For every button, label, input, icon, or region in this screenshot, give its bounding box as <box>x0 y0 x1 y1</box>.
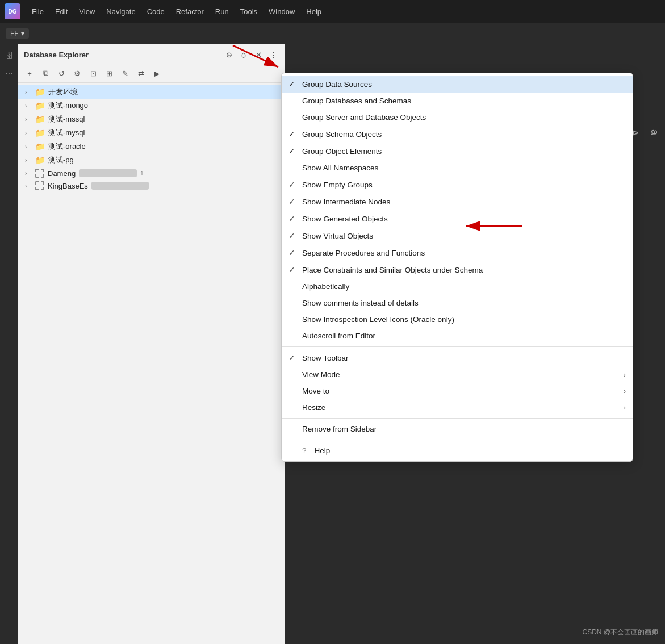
check-mark: ✓ <box>288 197 298 206</box>
tree-chevron: › <box>25 170 32 177</box>
transfer-button[interactable]: ⇄ <box>134 66 148 80</box>
menu-option-label: View Mode <box>302 370 624 379</box>
refresh-button[interactable]: ↺ <box>55 66 68 80</box>
folder-icon: 📁 <box>35 115 45 124</box>
copy-button[interactable]: ⧉ <box>39 66 52 80</box>
menu-option-show-virtual[interactable]: ✓Show Virtual Objects <box>282 227 633 244</box>
tree-chevron: › <box>25 89 32 95</box>
close-icon[interactable]: ✕ <box>253 49 264 60</box>
menu-divider <box>282 418 633 419</box>
menu-option-separate-procedures[interactable]: ✓Separate Procedures and Functions <box>282 244 633 261</box>
menu-option-group-server[interactable]: Group Server and Database Objects <box>282 109 633 126</box>
submenu-arrow: › <box>624 371 626 379</box>
menu-divider <box>282 346 633 347</box>
menu-option-label: Alphabetically <box>302 282 624 291</box>
menu-item-help[interactable]: Help <box>302 5 326 18</box>
menu-option-place-constraints[interactable]: ✓Place Constraints and Similar Objects u… <box>282 261 633 278</box>
menu-option-group-object[interactable]: ✓Group Object Elements <box>282 143 633 160</box>
menu-item-refactor[interactable]: Refactor <box>172 5 208 18</box>
tree-item[interactable]: ›KingBaseEs████████████ <box>18 179 285 192</box>
check-mark: ✓ <box>288 231 298 240</box>
expand-icon[interactable]: ◇ <box>238 49 249 60</box>
tree-item[interactable]: ›📁测试-mssql <box>18 112 285 126</box>
menu-option-alphabetically[interactable]: Alphabetically <box>282 278 633 295</box>
check-mark: ✓ <box>288 80 298 89</box>
tree-item-label: 测试-mysql <box>48 128 85 138</box>
app-icon: DG <box>5 3 20 19</box>
menu-option-label: Resize <box>302 403 624 412</box>
menu-option-view-mode[interactable]: View Mode› <box>282 366 633 383</box>
help-icon: ? <box>302 446 307 455</box>
settings-button[interactable]: ⚙ <box>70 66 84 80</box>
menu-option-group-databases[interactable]: Group Databases and Schemas <box>282 93 633 109</box>
menu-item-edit[interactable]: Edit <box>51 5 72 18</box>
edit-button[interactable]: ✎ <box>118 66 132 80</box>
header-icons: ⊕ ◇ ✕ ⋮ <box>223 49 279 60</box>
check-mark: ✓ <box>288 129 298 139</box>
tree-container: ›📁开发环境›📁测试-mongo›📁测试-mssql›📁测试-mysql›📁测试… <box>18 83 285 644</box>
tree-item[interactable]: ›📁测试-mysql <box>18 126 285 140</box>
menu-item-tools[interactable]: Tools <box>236 5 262 18</box>
tree-item[interactable]: ›📁测试-mongo <box>18 99 285 112</box>
menu-item-view[interactable]: View <box>74 5 99 18</box>
menu-option-label: Show Generated Objects <box>302 215 624 223</box>
ff-badge[interactable]: FF ▾ <box>6 28 29 39</box>
sidebar-icons: 🗄 ⋯ <box>0 44 18 644</box>
tree-item[interactable]: ›📁测试-pg <box>18 153 285 167</box>
menu-option-help[interactable]: ?Help <box>282 442 633 459</box>
menu-option-group-data-sources[interactable]: ✓Group Data Sources <box>282 76 633 93</box>
tree-item[interactable]: ›📁测试-oracle <box>18 140 285 153</box>
menu-item-navigate[interactable]: Navigate <box>102 5 140 18</box>
menu-option-label: Remove from Sidebar <box>302 425 624 433</box>
tree-item[interactable]: ›Dameng████████████1 <box>18 167 285 179</box>
table-button[interactable]: ⊞ <box>102 66 116 80</box>
menu-option-show-comments[interactable]: Show comments instead of details <box>282 295 633 311</box>
db-toolbar: + ⧉ ↺ ⚙ ⊡ ⊞ ✎ ⇄ ▶ <box>18 64 285 83</box>
target-icon[interactable]: ⊕ <box>223 49 235 60</box>
tree-chevron: › <box>25 144 32 150</box>
tree-item-label: 开发环境 <box>48 87 78 97</box>
menu-item-run[interactable]: Run <box>211 5 233 18</box>
tree-item-label: 测试-mssql <box>48 114 85 124</box>
menu-option-label: Group Data Sources <box>302 80 624 89</box>
schema-button[interactable]: ⊡ <box>86 66 100 80</box>
menu-item-file[interactable]: File <box>27 5 48 18</box>
menu-option-show-toolbar[interactable]: ✓Show Toolbar <box>282 349 633 366</box>
menu-option-remove-sidebar[interactable]: Remove from Sidebar <box>282 421 633 437</box>
dots-icon[interactable]: ⋯ <box>2 67 16 81</box>
check-mark: ✓ <box>288 265 298 274</box>
menu-item-code[interactable]: Code <box>143 5 169 18</box>
folder-icon: 📁 <box>35 101 45 110</box>
database-icon[interactable]: 🗄 <box>2 49 16 62</box>
check-mark: ✓ <box>288 214 298 223</box>
menu-item-window[interactable]: Window <box>264 5 299 18</box>
tree-chevron: › <box>25 130 32 136</box>
blurred-connection-info: ████████████ <box>79 169 137 177</box>
folder-icon: 📁 <box>35 156 45 165</box>
menu-option-show-empty[interactable]: ✓Show Empty Groups <box>282 176 633 193</box>
menu-option-show-namespaces[interactable]: Show All Namespaces <box>282 160 633 176</box>
menu-option-label: Group Object Elements <box>302 147 624 156</box>
menu-option-group-schema[interactable]: ✓Group Schema Objects <box>282 126 633 143</box>
menu-option-autoscroll[interactable]: Autoscroll from Editor <box>282 328 633 344</box>
menu-option-resize[interactable]: Resize› <box>282 399 633 416</box>
menu-divider <box>282 440 633 440</box>
folder-icon: 📁 <box>35 128 45 137</box>
menu-option-show-intermediate[interactable]: ✓Show Intermediate Nodes <box>282 193 633 210</box>
check-mark: ✓ <box>288 180 298 189</box>
submenu-arrow: › <box>624 387 626 395</box>
tree-item-label: Dameng <box>48 169 76 178</box>
connection-number: 1 <box>140 170 144 177</box>
menu-option-label: Autoscroll from Editor <box>302 332 624 340</box>
run-button[interactable]: ▶ <box>150 66 164 80</box>
menu-option-label: Show All Namespaces <box>302 164 624 172</box>
menu-option-show-introspection[interactable]: Show Introspection Level Icons (Oracle o… <box>282 311 633 328</box>
menu-option-label: Group Server and Database Objects <box>302 113 624 122</box>
menu-option-show-generated[interactable]: ✓Show Generated Objects <box>282 210 633 227</box>
add-button[interactable]: + <box>23 66 36 80</box>
menu-option-label: Group Databases and Schemas <box>302 97 624 105</box>
dropdown-menu: ✓Group Data SourcesGroup Databases and S… <box>281 73 633 462</box>
tree-item[interactable]: ›📁开发环境 <box>18 85 285 99</box>
menu-option-move-to[interactable]: Move to› <box>282 383 633 399</box>
more-icon[interactable]: ⋮ <box>267 49 279 60</box>
